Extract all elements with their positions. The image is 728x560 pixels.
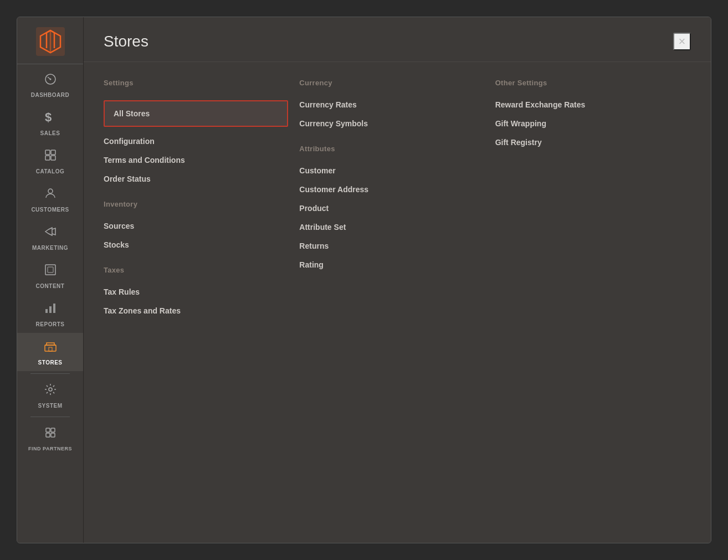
- svg-point-16: [49, 388, 52, 391]
- taxes-subsection: Taxes Tax Rules Tax Zones and Rates: [104, 266, 288, 315]
- svg-rect-12: [49, 306, 52, 313]
- system-icon: [44, 383, 57, 399]
- sidebar-item-reports[interactable]: REPORTS: [17, 295, 83, 333]
- sidebar-item-catalog[interactable]: CATALOG: [17, 142, 83, 180]
- catalog-icon: [44, 148, 57, 165]
- sidebar-item-sales[interactable]: $ SALES: [17, 104, 83, 142]
- sales-icon: $: [45, 110, 56, 127]
- menu-item-configuration[interactable]: Configuration: [104, 137, 288, 146]
- sidebar-item-stores[interactable]: STORES: [17, 333, 83, 371]
- svg-rect-17: [46, 428, 50, 432]
- marketing-icon: [44, 225, 57, 242]
- menu-item-gift-registry[interactable]: Gift Registry: [495, 138, 680, 147]
- menu-grid: Settings All Stores Configuration Terms …: [84, 62, 711, 543]
- attributes-subsection: Attributes Customer Customer Address Pro…: [299, 145, 484, 269]
- menu-item-tax-zones-and-rates[interactable]: Tax Zones and Rates: [104, 306, 288, 315]
- sidebar-item-label-find-partners: FIND PARTNERS: [28, 446, 72, 451]
- taxes-section-title: Taxes: [104, 266, 288, 276]
- currency-section-title: Currency: [299, 79, 484, 89]
- sidebar-divider-2: [30, 417, 70, 417]
- close-button[interactable]: ×: [673, 33, 691, 50]
- sidebar-item-label-sales: SALES: [40, 130, 60, 136]
- content-icon: [44, 263, 57, 280]
- svg-rect-10: [48, 267, 53, 273]
- menu-item-customer[interactable]: Customer: [299, 166, 484, 175]
- column-currency: Currency Currency Rates Currency Symbols…: [299, 79, 495, 526]
- sidebar-item-find-partners[interactable]: FIND PARTNERS: [17, 419, 83, 457]
- sidebar-item-label-content: CONTENT: [36, 283, 65, 289]
- svg-rect-6: [45, 156, 50, 160]
- sidebar-item-content[interactable]: CONTENT: [17, 256, 83, 295]
- sidebar-divider: [30, 373, 70, 374]
- sidebar-item-system[interactable]: SYSTEM: [17, 376, 83, 414]
- menu-item-reward-exchange-rates[interactable]: Reward Exchange Rates: [495, 100, 680, 109]
- sidebar-item-customers[interactable]: CUSTOMERS: [17, 180, 83, 218]
- menu-item-attribute-set[interactable]: Attribute Set: [299, 223, 484, 232]
- menu-item-all-stores[interactable]: All Stores: [104, 100, 288, 127]
- svg-rect-4: [45, 150, 50, 155]
- svg-rect-14: [45, 345, 56, 351]
- menu-item-tax-rules[interactable]: Tax Rules: [104, 287, 288, 296]
- menu-item-gift-wrapping[interactable]: Gift Wrapping: [495, 119, 680, 128]
- sidebar: DASHBOARD $ SALES CATALOG CUSTOMERS: [17, 17, 84, 543]
- inventory-section-title: Inventory: [104, 200, 288, 210]
- menu-item-sources[interactable]: Sources: [104, 222, 288, 230]
- menu-item-customer-address[interactable]: Customer Address: [299, 185, 484, 194]
- customers-icon: [44, 187, 57, 203]
- reports-icon: [44, 301, 57, 318]
- svg-rect-5: [51, 150, 55, 155]
- stores-icon: [44, 340, 57, 356]
- svg-rect-20: [51, 433, 55, 437]
- sidebar-item-label-reports: REPORTS: [36, 321, 65, 327]
- panel-header: Stores ×: [84, 17, 711, 62]
- svg-rect-13: [53, 304, 55, 313]
- svg-point-2: [49, 79, 51, 80]
- sidebar-item-label-system: SYSTEM: [38, 403, 62, 409]
- svg-rect-18: [51, 428, 55, 432]
- menu-item-product[interactable]: Product: [299, 204, 484, 213]
- settings-section-title: Settings: [104, 79, 288, 89]
- main-panel: Stores × Settings All Stores Configurati…: [84, 17, 711, 543]
- sidebar-item-label-stores: STORES: [38, 359, 63, 366]
- menu-item-rating[interactable]: Rating: [299, 260, 484, 269]
- magento-logo-icon: [36, 27, 65, 56]
- menu-item-stocks[interactable]: Stocks: [104, 240, 288, 249]
- sidebar-item-label-customers: CUSTOMERS: [31, 207, 69, 213]
- sidebar-item-label-marketing: MARKETING: [32, 245, 68, 251]
- other-settings-section-title: Other Settings: [495, 79, 680, 89]
- svg-rect-9: [45, 265, 55, 275]
- svg-point-8: [48, 189, 53, 193]
- app-container: DASHBOARD $ SALES CATALOG CUSTOMERS: [17, 17, 711, 543]
- sidebar-item-label-catalog: CATALOG: [36, 168, 64, 174]
- find-partners-icon: [44, 426, 57, 443]
- panel-title: Stores: [104, 33, 148, 50]
- svg-rect-11: [45, 309, 48, 313]
- menu-item-order-status[interactable]: Order Status: [104, 174, 288, 183]
- column-other-settings: Other Settings Reward Exchange Rates Gif…: [495, 79, 691, 526]
- svg-rect-7: [51, 156, 55, 160]
- column-settings: Settings All Stores Configuration Terms …: [104, 79, 299, 526]
- svg-rect-15: [49, 347, 52, 351]
- dashboard-icon: [44, 73, 57, 89]
- menu-item-returns[interactable]: Returns: [299, 242, 484, 250]
- sidebar-logo: [17, 17, 83, 64]
- menu-item-terms-and-conditions[interactable]: Terms and Conditions: [104, 156, 288, 165]
- inventory-subsection: Inventory Sources Stocks: [104, 200, 288, 249]
- menu-item-currency-rates[interactable]: Currency Rates: [299, 100, 484, 109]
- sidebar-item-dashboard[interactable]: DASHBOARD: [17, 66, 83, 104]
- svg-text:$: $: [45, 110, 52, 124]
- sidebar-item-marketing[interactable]: MARKETING: [17, 218, 83, 256]
- menu-item-currency-symbols[interactable]: Currency Symbols: [299, 119, 484, 128]
- attributes-section-title: Attributes: [299, 145, 484, 155]
- sidebar-item-label-dashboard: DASHBOARD: [31, 92, 70, 98]
- svg-rect-19: [46, 433, 50, 437]
